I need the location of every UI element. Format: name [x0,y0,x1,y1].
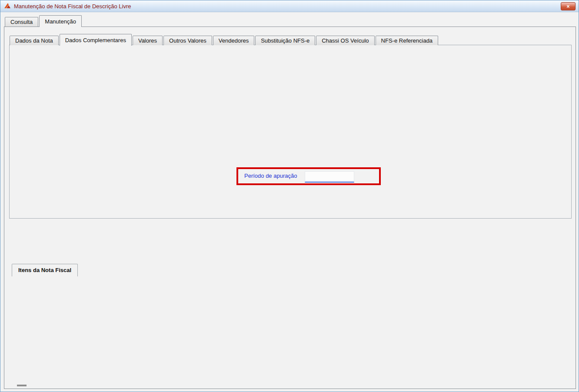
close-icon: × [566,3,569,10]
tab-vendedores[interactable]: Vendedores [213,36,254,45]
tab-chassi-os-veiculo[interactable]: Chassi OS Veículo [316,36,374,45]
window-title: Manutenção de Nota Fiscal de Descrição L… [14,3,131,10]
tab-label: Substituição NFS-e [261,37,309,44]
app-icon [4,3,11,10]
tab-label: Dados Complementares [65,37,126,43]
dados-complementares-page [9,45,572,219]
tab-substituicao-nfse[interactable]: Substituição NFS-e [255,36,315,45]
close-button[interactable]: × [561,2,576,10]
tab-consulta[interactable]: Consulta [5,17,38,27]
tab-dados-complementares[interactable]: Dados Complementares [60,34,132,46]
title-bar[interactable]: Manutenção de Nota Fiscal de Descrição L… [0,0,579,12]
periodo-apuracao-label: Período de apuração [244,173,297,179]
tab-label: Valores [138,37,157,44]
horizontal-scrollbar-thumb[interactable] [17,385,27,386]
main-tabs: Consulta Manutenção [5,15,83,27]
tab-label: Outros Valores [169,37,206,44]
sub-tabs: Dados da Nota Dados Complementares Valor… [10,35,439,45]
tab-manutencao[interactable]: Manutenção [39,15,82,27]
app-window: Manutenção de Nota Fiscal de Descrição L… [0,0,579,392]
itens-nota-fiscal-tab[interactable]: Itens da Nota Fiscal [12,264,78,276]
tab-outros-valores[interactable]: Outros Valores [163,36,212,45]
periodo-apuracao-input[interactable] [305,171,354,183]
tab-label: Manutenção [45,18,76,25]
tab-dados-da-nota[interactable]: Dados da Nota [10,36,59,45]
tab-label: Chassi OS Veículo [322,37,369,44]
tab-label: NFS-e Referenciada [381,37,433,44]
tab-label: Dados da Nota [15,37,53,44]
tab-label: Consulta [10,19,33,25]
tab-nfse-referenciada[interactable]: NFS-e Referenciada [376,36,439,45]
tab-label: Vendedores [219,37,249,44]
itens-tab-label: Itens da Nota Fiscal [18,267,71,273]
tab-valores[interactable]: Valores [133,36,163,45]
